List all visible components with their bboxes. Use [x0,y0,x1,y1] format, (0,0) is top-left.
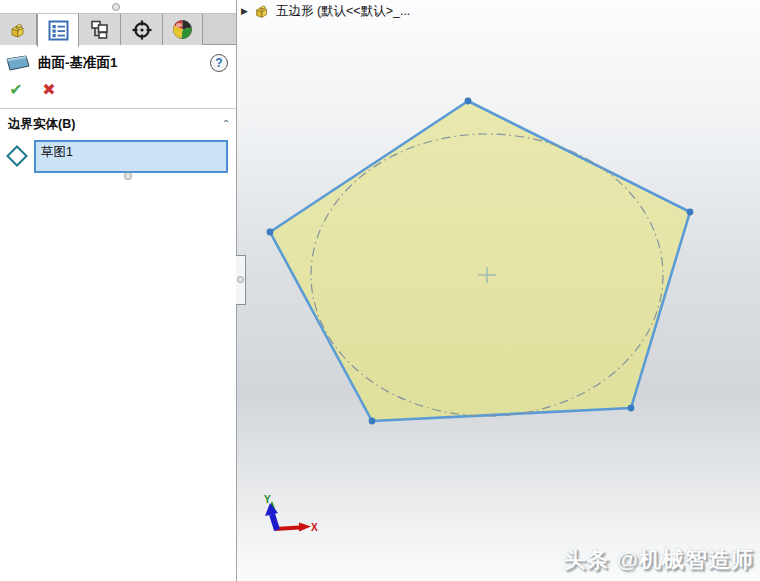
configurations-icon [89,19,110,40]
cancel-button[interactable]: ✖ [39,80,59,98]
document-name: 五边形 (默认<<默认>_... [276,3,410,20]
property-manager-header: 曲面-基准面1 ? [0,45,236,76]
property-manager-actions: ✔ ✖ [0,76,236,106]
boundary-entities-listbox[interactable]: 草图1 [34,140,228,173]
vertex-point[interactable] [465,98,472,105]
help-icon[interactable]: ? [210,54,228,72]
panel-splitter[interactable] [236,255,246,305]
ok-button[interactable]: ✔ [6,80,26,98]
boundary-selection-row: 草图1 [0,138,236,173]
contour-diamond-icon [5,144,29,168]
pentagon-face[interactable] [270,101,690,421]
tab-propertymanager[interactable] [37,14,79,47]
vertex-point[interactable] [369,418,376,425]
target-icon [131,19,153,41]
vertex-point[interactable] [628,405,635,412]
pentagon-sketch-scene: X Y [237,0,760,581]
watermark-text: 头条 @机械智造师 [563,545,754,575]
listbox-resize-handle[interactable] [124,172,132,180]
solidworks-window: 曲面-基准面1 ? ✔ ✖ 边界实体(B) ˆ 草图1 [0,0,760,581]
vertex-point[interactable] [267,229,274,236]
x-axis-label: X [311,522,318,533]
bounding-entities-section-header[interactable]: 边界实体(B) ˆ [0,109,236,138]
manager-tab-bar [0,14,236,45]
section-label: 边界实体(B) [8,116,224,133]
property-manager-panel: 曲面-基准面1 ? ✔ ✖ 边界实体(B) ˆ 草图1 [0,0,237,581]
page-title: 曲面-基准面1 [38,54,210,72]
tab-configurationmanager[interactable] [79,14,121,45]
list-item-sketch1[interactable]: 草图1 [36,142,226,163]
panel-top-divider [0,0,236,14]
tab-displaymanager[interactable] [163,14,203,45]
graphics-viewport[interactable]: X Y ▶ 五边形 (默认<<默认>_... 头条 @机械智造师 [237,0,760,581]
tab-dimxpertmanager[interactable] [121,14,163,45]
part-icon [253,2,271,20]
color-sphere-icon [172,19,193,40]
vertex-point[interactable] [687,209,694,216]
splitter-grip-icon [237,276,244,283]
plane-icon [5,54,31,72]
feature-tree-root[interactable]: ▶ 五边形 (默认<<默认>_... [241,2,410,20]
tree-expand-arrow-icon[interactable]: ▶ [241,6,248,16]
origin-triad: X Y [264,494,318,533]
tab-featuremanager[interactable] [0,14,37,45]
property-list-icon [48,20,69,41]
chevron-up-icon[interactable]: ˆ [224,119,228,131]
part-icon [8,20,28,40]
panel-resize-handle[interactable] [112,3,120,11]
